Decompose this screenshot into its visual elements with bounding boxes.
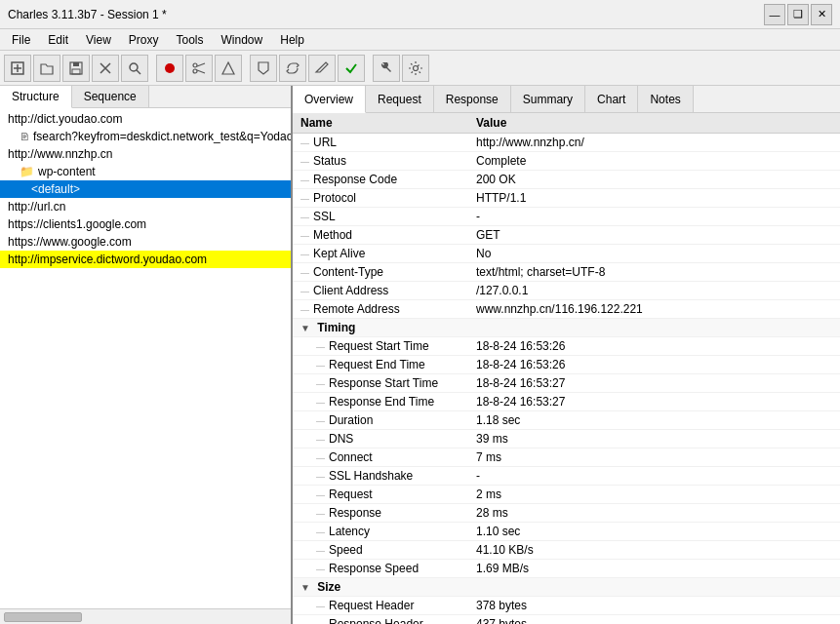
row-name: —Response Speed bbox=[293, 560, 468, 578]
row-name: —Request End Time bbox=[293, 356, 468, 374]
table-body: —URL http://www.nnzhp.cn/ —Status Comple… bbox=[293, 134, 840, 625]
table-row: —Content-Type text/html; charset=UTF-8 bbox=[293, 263, 840, 282]
row-value: 18-8-24 16:53:26 bbox=[468, 337, 840, 356]
menu-file[interactable]: File bbox=[4, 30, 38, 50]
tab-overview[interactable]: Overview bbox=[293, 86, 366, 113]
menu-proxy[interactable]: Proxy bbox=[121, 30, 167, 50]
compose-button[interactable] bbox=[308, 55, 336, 82]
titlebar: Charles 3.11.3b7 - Session 1 * — ❑ ✕ bbox=[0, 0, 840, 29]
table-row: —URL http://www.nnzhp.cn/ bbox=[293, 134, 840, 152]
scroll-thumb[interactable] bbox=[4, 612, 82, 622]
row-name: —Request Start Time bbox=[293, 337, 468, 356]
row-value: 18-8-24 16:53:27 bbox=[468, 374, 840, 393]
tree-item[interactable]: http://impservice.dictword.youdao.com bbox=[0, 251, 291, 268]
svg-line-11 bbox=[197, 63, 205, 66]
menu-edit[interactable]: Edit bbox=[40, 30, 76, 50]
left-panel: Structure Sequence http://dict.youdao.co… bbox=[0, 86, 293, 624]
table-row: —SSL - bbox=[293, 208, 840, 226]
record-button[interactable] bbox=[156, 55, 183, 82]
toolbar bbox=[0, 51, 840, 86]
svg-point-8 bbox=[165, 63, 175, 73]
throttle-button[interactable] bbox=[215, 55, 242, 82]
tree-item[interactable]: <default> bbox=[0, 180, 291, 198]
new-session-button[interactable] bbox=[4, 55, 31, 82]
tab-response[interactable]: Response bbox=[434, 86, 511, 112]
row-name: —Content-Type bbox=[293, 263, 468, 282]
tab-chart[interactable]: Chart bbox=[585, 86, 638, 112]
svg-marker-13 bbox=[222, 62, 234, 74]
table-row: —Latency 1.10 sec bbox=[293, 523, 840, 541]
row-name: —SSL bbox=[293, 208, 468, 226]
tree-item[interactable]: https://clients1.google.com bbox=[0, 215, 291, 233]
svg-point-6 bbox=[130, 63, 138, 71]
table-row: —Speed 41.10 KB/s bbox=[293, 541, 840, 560]
table-row: ▼ Size bbox=[293, 578, 840, 597]
horizontal-scrollbar[interactable] bbox=[0, 608, 291, 624]
tree-item[interactable]: http://url.cn bbox=[0, 198, 291, 215]
table-row: —Response Header 437 bytes bbox=[293, 615, 840, 625]
tab-notes[interactable]: Notes bbox=[638, 86, 693, 112]
row-name: —Response bbox=[293, 504, 468, 523]
row-name: —Latency bbox=[293, 523, 468, 541]
header-name: Name bbox=[293, 113, 468, 134]
table-row: —Request End Time 18-8-24 16:53:26 bbox=[293, 356, 840, 374]
menubar: File Edit View Proxy Tools Window Help bbox=[0, 29, 840, 51]
tree-item[interactable]: http://www.nnzhp.cn bbox=[0, 145, 291, 163]
tree-item[interactable]: http://dict.youdao.com bbox=[0, 110, 291, 128]
collapse-icon[interactable]: ▼ bbox=[300, 582, 310, 593]
table-row: —DNS 39 ms bbox=[293, 430, 840, 448]
table-row: —Client Address /127.0.0.1 bbox=[293, 282, 840, 300]
detail-table: Name Value —URL http://www.nnzhp.cn/ —St… bbox=[293, 113, 840, 624]
table-row: —Request 2 ms bbox=[293, 486, 840, 504]
tab-structure[interactable]: Structure bbox=[0, 86, 72, 108]
left-tab-bar: Structure Sequence bbox=[0, 86, 291, 108]
settings-button[interactable] bbox=[402, 55, 429, 82]
table-row: —Kept Alive No bbox=[293, 245, 840, 263]
tab-sequence[interactable]: Sequence bbox=[72, 86, 149, 107]
table-row: —Protocol HTTP/1.1 bbox=[293, 189, 840, 208]
section-label: ▼ Size bbox=[293, 578, 840, 597]
tab-request[interactable]: Request bbox=[366, 86, 434, 112]
restore-button[interactable]: ❑ bbox=[787, 4, 809, 25]
validate-button[interactable] bbox=[338, 55, 365, 82]
section-label: ▼ Timing bbox=[293, 319, 840, 337]
table-row: —Request Header 378 bytes bbox=[293, 597, 840, 615]
row-name: —Response Code bbox=[293, 171, 468, 189]
table-row: —Status Complete bbox=[293, 152, 840, 171]
row-value: 1.18 sec bbox=[468, 411, 840, 430]
menu-window[interactable]: Window bbox=[214, 30, 271, 50]
menu-tools[interactable]: Tools bbox=[169, 30, 212, 50]
menu-view[interactable]: View bbox=[78, 30, 119, 50]
repeat-button[interactable] bbox=[279, 55, 306, 82]
row-value: 378 bytes bbox=[468, 597, 840, 615]
tab-summary[interactable]: Summary bbox=[511, 86, 585, 112]
find-button[interactable] bbox=[121, 55, 148, 82]
row-value: GET bbox=[468, 226, 840, 245]
table-row: —Method GET bbox=[293, 226, 840, 245]
table-row: —Connect 7 ms bbox=[293, 448, 840, 467]
collapse-icon[interactable]: ▼ bbox=[300, 323, 310, 333]
open-button[interactable] bbox=[33, 55, 60, 82]
clear-button[interactable] bbox=[92, 55, 119, 82]
row-name: —Method bbox=[293, 226, 468, 245]
row-value: - bbox=[468, 467, 840, 486]
tools-button[interactable] bbox=[373, 55, 400, 82]
scissors-button[interactable] bbox=[185, 55, 213, 82]
save-button[interactable] bbox=[62, 55, 90, 82]
row-name: —Protocol bbox=[293, 189, 468, 208]
row-name: —Request bbox=[293, 486, 468, 504]
breakpoint-button[interactable] bbox=[250, 55, 277, 82]
row-name: —Request Header bbox=[293, 597, 468, 615]
row-value: 18-8-24 16:53:27 bbox=[468, 393, 840, 411]
row-value: 7 ms bbox=[468, 448, 840, 467]
tree-item[interactable]: 🖹fsearch?keyfrom=deskdict.network_test&q… bbox=[0, 128, 291, 145]
close-button[interactable]: ✕ bbox=[811, 4, 832, 25]
menu-help[interactable]: Help bbox=[272, 30, 312, 50]
tree-item[interactable]: https://www.google.com bbox=[0, 233, 291, 251]
row-value: HTTP/1.1 bbox=[468, 189, 840, 208]
row-value: 200 OK bbox=[468, 171, 840, 189]
row-value: www.nnzhp.cn/116.196.122.221 bbox=[468, 300, 840, 319]
tree-item[interactable]: 📁wp-content bbox=[0, 163, 291, 180]
minimize-button[interactable]: — bbox=[764, 4, 785, 25]
row-name: —Kept Alive bbox=[293, 245, 468, 263]
